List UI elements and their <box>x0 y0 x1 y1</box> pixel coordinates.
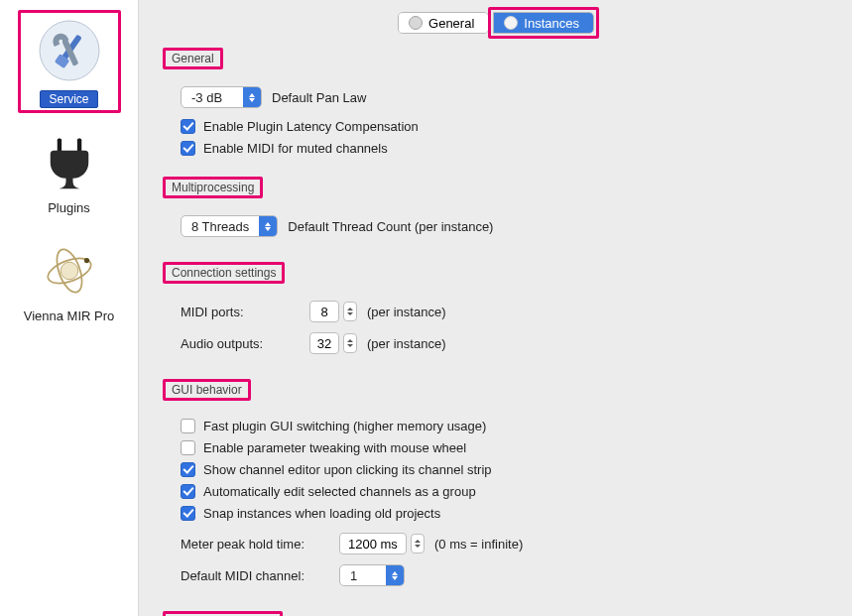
section-title: Vienna Instruments <box>163 611 283 616</box>
snap-label: Snap instances when loading old projects <box>203 506 440 521</box>
fast-switch-label: Fast plugin GUI switching (higher memory… <box>203 419 486 433</box>
sidebar-item-label: Service <box>40 90 97 108</box>
fast-switch-checkbox[interactable] <box>181 419 195 433</box>
section-title: General <box>163 48 223 69</box>
main-panel: General Instances General <box>139 0 852 616</box>
meter-stepper[interactable] <box>339 533 425 554</box>
section-general: General -3 dB Default Pan Law Enable Plu… <box>163 48 834 163</box>
midi-muted-label: Enable MIDI for muted channels <box>203 141 388 156</box>
auto-group-checkbox[interactable] <box>181 484 195 499</box>
per-instance-hint: (per instance) <box>367 336 445 351</box>
sidebar-item-plugins[interactable]: Plugins <box>18 121 121 221</box>
stepper-arrows-icon[interactable] <box>343 333 357 353</box>
midi-ports-stepper[interactable] <box>309 301 357 322</box>
section-connection: Connection settings MIDI ports: (per ins… <box>163 262 834 365</box>
per-instance-hint: (per instance) <box>367 305 445 319</box>
threads-select[interactable]: 8 Threads <box>181 215 278 237</box>
svg-point-8 <box>61 262 78 280</box>
tab-label: General <box>428 16 474 31</box>
tab-general[interactable]: General <box>399 13 488 33</box>
threads-value: 8 Threads <box>182 219 259 234</box>
sidebar-item-label: Vienna MIR Pro <box>24 308 115 323</box>
audio-outputs-input[interactable] <box>309 332 339 354</box>
param-wheel-label: Enable parameter tweaking with mouse whe… <box>203 440 466 455</box>
sidebar-item-vienna-mir[interactable]: Vienna MIR Pro <box>18 229 121 329</box>
audio-outputs-stepper[interactable] <box>309 332 357 354</box>
tab-instances[interactable]: Instances <box>494 13 593 33</box>
tab-label: Instances <box>524 16 579 31</box>
snap-checkbox[interactable] <box>181 506 195 521</box>
threads-label: Default Thread Count (per instance) <box>288 219 493 234</box>
midi-channel-label: Default MIDI channel: <box>181 568 329 583</box>
stepper-arrows-icon[interactable] <box>411 534 425 554</box>
gear-icon <box>409 16 423 30</box>
show-editor-checkbox[interactable] <box>181 462 195 477</box>
stepper-arrows-icon[interactable] <box>343 302 357 321</box>
chevron-updown-icon <box>259 216 277 236</box>
pan-law-select[interactable]: -3 dB <box>181 86 262 108</box>
midi-muted-checkbox[interactable] <box>181 141 195 156</box>
section-gui: GUI behavior Fast plugin GUI switching (… <box>163 379 834 597</box>
latency-comp-label: Enable Plugin Latency Compensation <box>203 119 419 134</box>
pan-law-value: -3 dB <box>182 90 243 105</box>
tab-bar: General Instances <box>163 10 834 36</box>
midi-ports-input[interactable] <box>309 301 339 322</box>
preferences-window: Service Plugins <box>0 0 852 616</box>
section-title: Connection settings <box>163 262 285 284</box>
chevron-updown-icon <box>243 87 261 107</box>
sidebar: Service Plugins <box>0 0 139 616</box>
pan-law-label: Default Pan Law <box>272 90 366 105</box>
service-icon <box>34 15 105 86</box>
section-title: GUI behavior <box>163 379 251 401</box>
section-multiprocessing: Multiprocessing 8 Threads Default Thread… <box>163 177 834 248</box>
settings-panel: General -3 dB Default Pan Law Enable Plu… <box>163 48 834 616</box>
meter-hint: (0 ms = infinite) <box>434 537 523 552</box>
section-vienna: Vienna Instruments Load all cells in dis… <box>163 611 834 616</box>
sidebar-item-label: Plugins <box>48 200 90 215</box>
param-wheel-checkbox[interactable] <box>181 440 195 455</box>
vienna-mir-icon <box>34 235 105 307</box>
latency-comp-checkbox[interactable] <box>181 119 195 134</box>
midi-channel-value: 1 <box>340 568 386 583</box>
midi-ports-label: MIDI ports: <box>181 305 300 319</box>
auto-group-label: Automatically edit selected channels as … <box>203 484 476 499</box>
svg-point-9 <box>83 258 88 263</box>
chevron-updown-icon <box>386 565 404 585</box>
plugins-icon <box>34 127 105 198</box>
midi-channel-select[interactable]: 1 <box>339 564 405 586</box>
meter-input[interactable] <box>339 533 407 554</box>
section-title: Multiprocessing <box>163 177 263 198</box>
svg-rect-4 <box>57 139 61 153</box>
svg-rect-5 <box>76 139 80 153</box>
meter-label: Meter peak hold time: <box>181 537 329 552</box>
instances-icon <box>504 16 518 30</box>
sidebar-item-service[interactable]: Service <box>18 10 121 113</box>
audio-outputs-label: Audio outputs: <box>181 336 300 351</box>
show-editor-label: Show channel editor upon clicking its ch… <box>203 462 492 477</box>
